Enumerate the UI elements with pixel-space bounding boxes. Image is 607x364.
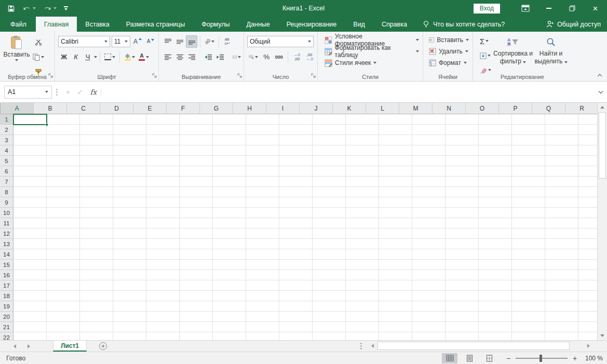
cell-J1[interactable] bbox=[313, 114, 346, 125]
cell-F19[interactable] bbox=[180, 301, 213, 312]
italic-button[interactable]: К bbox=[70, 51, 82, 63]
scroll-right-icon[interactable] bbox=[584, 342, 592, 350]
cell-R16[interactable] bbox=[578, 270, 597, 280]
row-header-21[interactable]: 21 bbox=[0, 322, 14, 332]
normal-view-icon[interactable] bbox=[442, 353, 457, 363]
cell-L6[interactable] bbox=[379, 166, 412, 177]
number-dialog-launcher-icon[interactable] bbox=[311, 72, 316, 79]
cell-C21[interactable] bbox=[80, 322, 113, 332]
cell-C8[interactable] bbox=[80, 187, 113, 197]
cell-A21[interactable] bbox=[14, 322, 47, 332]
cell-O5[interactable] bbox=[479, 156, 512, 166]
cell-G8[interactable] bbox=[213, 187, 246, 197]
cell-C5[interactable] bbox=[80, 156, 113, 166]
col-header-A[interactable]: A bbox=[1, 103, 34, 114]
cell-H5[interactable] bbox=[246, 156, 279, 166]
cell-P7[interactable] bbox=[512, 177, 545, 187]
cell-H4[interactable] bbox=[246, 145, 279, 156]
cell-E14[interactable] bbox=[146, 249, 180, 260]
cell-G5[interactable] bbox=[213, 156, 246, 166]
cell-F10[interactable] bbox=[180, 208, 213, 218]
align-top-icon[interactable] bbox=[162, 35, 173, 48]
cell-N10[interactable] bbox=[446, 208, 479, 218]
cell-F8[interactable] bbox=[180, 187, 213, 197]
align-left-icon[interactable] bbox=[162, 51, 173, 63]
ribbon-tab-4[interactable]: Данные bbox=[238, 17, 278, 32]
cell-E7[interactable] bbox=[146, 177, 180, 187]
cell-P9[interactable] bbox=[512, 197, 545, 208]
cell-A15[interactable] bbox=[14, 260, 47, 270]
formula-bar-grip[interactable] bbox=[56, 89, 58, 96]
collapse-ribbon-icon[interactable] bbox=[597, 72, 603, 79]
cell-I18[interactable] bbox=[279, 291, 313, 301]
cell-M15[interactable] bbox=[412, 260, 446, 270]
cell-F1[interactable] bbox=[180, 114, 213, 125]
cell-C18[interactable] bbox=[80, 291, 113, 301]
cell-R12[interactable] bbox=[578, 228, 597, 239]
font-size-select[interactable]: 11 bbox=[112, 36, 130, 47]
cell-N1[interactable] bbox=[446, 114, 479, 125]
cell-K12[interactable] bbox=[346, 228, 379, 239]
col-header-G[interactable]: G bbox=[200, 103, 233, 114]
cell-J4[interactable] bbox=[313, 145, 346, 156]
name-box[interactable]: A1 bbox=[4, 86, 52, 99]
cell-G12[interactable] bbox=[213, 228, 246, 239]
row-header-20[interactable]: 20 bbox=[0, 312, 14, 322]
font-dialog-launcher-icon[interactable] bbox=[152, 72, 157, 79]
zoom-slider-thumb[interactable] bbox=[539, 355, 542, 362]
cell-O2[interactable] bbox=[479, 125, 512, 135]
cell-F20[interactable] bbox=[180, 312, 213, 322]
cell-D1[interactable] bbox=[113, 114, 146, 125]
cell-F13[interactable] bbox=[180, 239, 213, 249]
cell-G2[interactable] bbox=[213, 125, 246, 135]
cell-O11[interactable] bbox=[479, 218, 512, 228]
cut-icon[interactable] bbox=[31, 36, 46, 48]
cell-Q22[interactable] bbox=[545, 332, 578, 340]
zoom-in-icon[interactable]: + bbox=[572, 354, 578, 362]
cell-F6[interactable] bbox=[180, 166, 213, 177]
cell-A19[interactable] bbox=[14, 301, 47, 312]
cell-K15[interactable] bbox=[346, 260, 379, 270]
cell-G15[interactable] bbox=[213, 260, 246, 270]
undo-icon[interactable] bbox=[22, 5, 36, 12]
cell-D7[interactable] bbox=[113, 177, 146, 187]
cell-Q13[interactable] bbox=[545, 239, 578, 249]
cell-P8[interactable] bbox=[512, 187, 545, 197]
cell-E22[interactable] bbox=[146, 332, 180, 340]
cell-K9[interactable] bbox=[346, 197, 379, 208]
horizontal-scroll-thumb[interactable] bbox=[377, 342, 570, 350]
cell-K22[interactable] bbox=[346, 332, 379, 340]
cell-L20[interactable] bbox=[379, 312, 412, 322]
cell-P17[interactable] bbox=[512, 280, 545, 291]
cell-E17[interactable] bbox=[146, 280, 180, 291]
cell-L15[interactable] bbox=[379, 260, 412, 270]
cell-I9[interactable] bbox=[279, 197, 313, 208]
orientation-button[interactable]: ab bbox=[203, 35, 216, 48]
cell-K13[interactable] bbox=[346, 239, 379, 249]
col-header-M[interactable]: M bbox=[399, 103, 433, 114]
cell-N19[interactable] bbox=[446, 301, 479, 312]
cell-O1[interactable] bbox=[479, 114, 512, 125]
cell-M1[interactable] bbox=[412, 114, 446, 125]
paste-dropdown-icon[interactable] bbox=[15, 59, 18, 61]
cell-N17[interactable] bbox=[446, 280, 479, 291]
cell-O13[interactable] bbox=[479, 239, 512, 249]
cell-R7[interactable] bbox=[578, 177, 597, 187]
cell-B14[interactable] bbox=[47, 249, 80, 260]
cell-A22[interactable] bbox=[14, 332, 47, 340]
insert-cells-button[interactable]: Вставить bbox=[427, 34, 470, 46]
prev-sheet-icon[interactable] bbox=[14, 344, 16, 348]
cell-F17[interactable] bbox=[180, 280, 213, 291]
fill-button[interactable] bbox=[478, 49, 494, 62]
cell-K18[interactable] bbox=[346, 291, 379, 301]
cell-K4[interactable] bbox=[346, 145, 379, 156]
cell-B8[interactable] bbox=[47, 187, 80, 197]
insert-function-icon[interactable]: fx bbox=[90, 88, 97, 96]
cell-E2[interactable] bbox=[146, 125, 180, 135]
cell-E4[interactable] bbox=[146, 145, 180, 156]
cell-P22[interactable] bbox=[512, 332, 545, 340]
cell-J19[interactable] bbox=[313, 301, 346, 312]
decrease-indent-icon[interactable] bbox=[203, 51, 214, 63]
cell-F4[interactable] bbox=[180, 145, 213, 156]
tell-me-box[interactable]: Что вы хотите сделать? bbox=[415, 17, 512, 32]
